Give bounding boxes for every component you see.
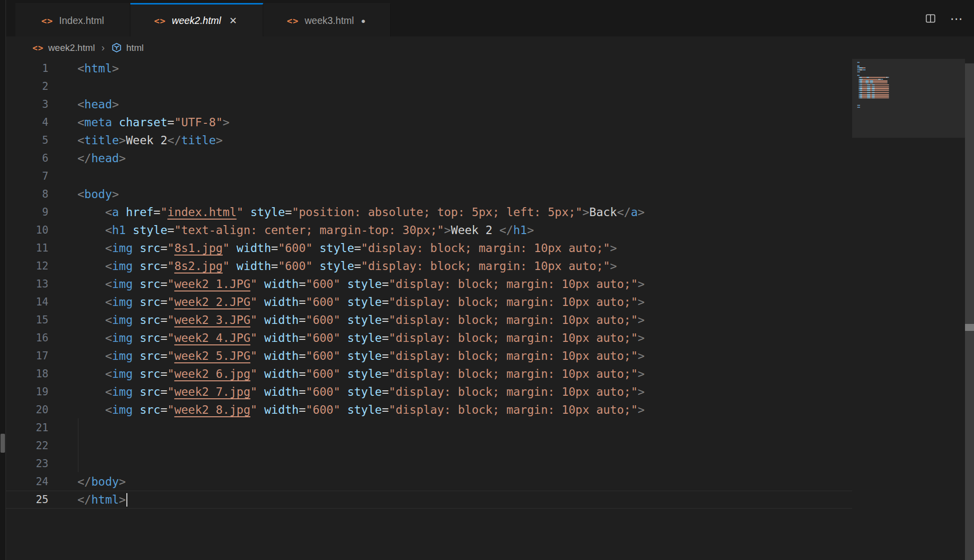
line-number: 19	[6, 383, 48, 401]
more-actions-icon[interactable]: ⋯	[950, 12, 963, 25]
line-content: </html>	[48, 491, 127, 509]
line-content: <head>	[48, 95, 119, 113]
line-content: <img src="week2_3.JPG" width="600" style…	[48, 311, 645, 329]
html-file-icon: <>	[41, 15, 53, 26]
line-number: 20	[6, 401, 48, 419]
tab-Index.html[interactable]: <>Index.html	[15, 3, 130, 36]
line-number: 11	[6, 239, 48, 257]
html-file-icon: <>	[32, 43, 43, 53]
html-file-icon: <>	[287, 15, 299, 26]
line-number: 18	[6, 365, 48, 383]
line-number: 22	[6, 437, 48, 455]
vertical-scrollbar[interactable]	[965, 59, 974, 560]
tab-label: Index.html	[59, 15, 104, 26]
line-number: 21	[6, 419, 48, 437]
line-number: 1	[6, 59, 48, 77]
line-number: 14	[6, 293, 48, 311]
line-content	[48, 437, 77, 455]
line-content: <img src="week2_2.JPG" width="600" style…	[48, 293, 645, 311]
tab-actions: ⋯	[924, 0, 974, 36]
editor: 1<html>23<head>4<meta charset="UTF-8">5<…	[6, 59, 974, 560]
line-number: 5	[6, 131, 48, 149]
code-line-9[interactable]: 9 <a href="index.html" style="position: …	[6, 203, 852, 221]
line-content: <img src="week2_6.jpg" width="600" style…	[48, 365, 645, 383]
code-line-24[interactable]: 24</body>	[6, 473, 852, 491]
tab-week2.html[interactable]: <>week2.html✕	[130, 3, 263, 36]
line-number: 13	[6, 275, 48, 293]
line-content: <img src="week2_5.JPG" width="600" style…	[48, 347, 645, 365]
html-file-icon: <>	[154, 15, 166, 26]
line-content	[48, 419, 77, 437]
code-line-12[interactable]: 12 <img src="8s2.jpg" width="600" style=…	[6, 257, 852, 275]
scrollbar-slider[interactable]	[965, 63, 974, 560]
code-lines[interactable]: 1<html>23<head>4<meta charset="UTF-8">5<…	[6, 59, 852, 560]
line-content: <img src="week2_7.jpg" width="600" style…	[48, 383, 645, 401]
line-content: </head>	[48, 149, 126, 167]
line-content: <img src="week2_8.jpg" width="600" style…	[48, 401, 645, 419]
code-line-11[interactable]: 11 <img src="8s1.jpg" width="600" style=…	[6, 239, 852, 257]
code-line-18[interactable]: 18 <img src="week2_6.jpg" width="600" st…	[6, 365, 852, 383]
rail-drag-handle[interactable]	[0, 434, 5, 453]
symbol-cube-icon	[111, 42, 122, 53]
ellipsis-glyph: ⋯	[950, 16, 963, 21]
tab-week3.html[interactable]: <>week3.html●	[263, 3, 391, 36]
code-line-21[interactable]: 21	[6, 419, 852, 437]
code-line-8[interactable]: 8<body>	[6, 185, 852, 203]
breadcrumb-separator: ›	[99, 42, 107, 53]
minimap[interactable]	[852, 59, 965, 560]
code-line-14[interactable]: 14 <img src="week2_2.JPG" width="600" st…	[6, 293, 852, 311]
modified-dot-icon[interactable]: ●	[360, 16, 367, 25]
code-line-17[interactable]: 17 <img src="week2_5.JPG" width="600" st…	[6, 347, 852, 365]
line-number: 8	[6, 185, 48, 203]
code-line-4[interactable]: 4<meta charset="UTF-8">	[6, 113, 852, 131]
line-number: 4	[6, 113, 48, 131]
code-line-22[interactable]: 22	[6, 437, 852, 455]
line-number: 9	[6, 203, 48, 221]
code-line-7[interactable]: 7	[6, 167, 852, 185]
line-number: 17	[6, 347, 48, 365]
vscode-window: <>Index.html<>week2.html✕<>week3.html● ⋯…	[0, 0, 974, 560]
code-line-15[interactable]: 15 <img src="week2_3.JPG" width="600" st…	[6, 311, 852, 329]
line-content: <title>Week 2</title>	[48, 131, 223, 149]
tab-label: week2.html	[172, 15, 221, 26]
line-content: <body>	[48, 185, 119, 203]
line-number: 3	[6, 95, 48, 113]
code-line-2[interactable]: 2	[6, 77, 852, 95]
code-line-23[interactable]: 23	[6, 455, 852, 473]
line-content: <img src="8s1.jpg" width="600" style="di…	[48, 239, 617, 257]
minimap-lines	[857, 60, 889, 107]
line-number: 12	[6, 257, 48, 275]
line-number: 2	[6, 77, 48, 95]
code-line-5[interactable]: 5<title>Week 2</title>	[6, 131, 852, 149]
code-line-1[interactable]: 1<html>	[6, 59, 852, 77]
split-editor-icon[interactable]	[924, 12, 937, 25]
line-number: 25	[6, 491, 48, 509]
line-content: <img src="week2_4.JPG" width="600" style…	[48, 329, 645, 347]
code-line-19[interactable]: 19 <img src="week2_7.jpg" width="600" st…	[6, 383, 852, 401]
line-content: </body>	[48, 473, 126, 491]
code-line-20[interactable]: 20 <img src="week2_8.jpg" width="600" st…	[6, 401, 852, 419]
code-line-25[interactable]: 25</html>	[6, 491, 852, 509]
line-number: 23	[6, 455, 48, 473]
code-line-10[interactable]: 10 <h1 style="text-align: center; margin…	[6, 221, 852, 239]
breadcrumb-symbol[interactable]: html	[126, 42, 144, 53]
line-content: <meta charset="UTF-8">	[48, 113, 230, 131]
tab-bar: <>Index.html<>week2.html✕<>week3.html● ⋯	[6, 0, 974, 36]
code-line-6[interactable]: 6</head>	[6, 149, 852, 167]
breadcrumb: <> week2.html › html	[6, 36, 974, 59]
breadcrumb-file[interactable]: week2.html	[48, 42, 95, 53]
line-content: <h1 style="text-align: center; margin-to…	[48, 221, 534, 239]
line-content: <img src="week2_1.JPG" width="600" style…	[48, 275, 645, 293]
line-number: 6	[6, 149, 48, 167]
scrollbar-cursor-marker	[965, 324, 974, 331]
editor-group: <>Index.html<>week2.html✕<>week3.html● ⋯…	[6, 0, 974, 560]
tab-label: week3.html	[305, 15, 354, 26]
close-tab-icon[interactable]: ✕	[227, 14, 239, 27]
line-content	[48, 167, 77, 185]
line-content: <img src="8s2.jpg" width="600" style="di…	[48, 257, 617, 275]
line-number: 15	[6, 311, 48, 329]
code-line-3[interactable]: 3<head>	[6, 95, 852, 113]
code-line-13[interactable]: 13 <img src="week2_1.JPG" width="600" st…	[6, 275, 852, 293]
code-line-16[interactable]: 16 <img src="week2_4.JPG" width="600" st…	[6, 329, 852, 347]
line-number: 10	[6, 221, 48, 239]
